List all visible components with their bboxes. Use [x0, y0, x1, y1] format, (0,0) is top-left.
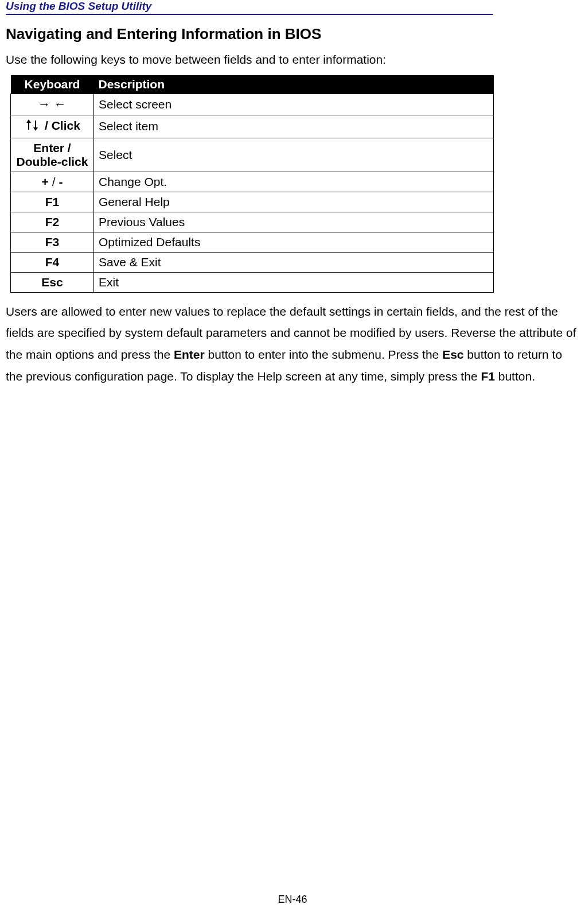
header-description: Description — [94, 75, 494, 94]
svg-marker-3 — [33, 127, 38, 131]
header-title: Using the BIOS Setup Utility — [6, 0, 579, 14]
desc-cell: Previous Values — [94, 212, 494, 232]
key-enter-line2: Double-click — [15, 155, 89, 169]
key-cell-f4: F4 — [11, 252, 94, 272]
para-bold-esc: Esc — [442, 348, 463, 361]
table-row: F3 Optimized Defaults — [11, 232, 494, 252]
desc-cell: Save & Exit — [94, 252, 494, 272]
key-cell-enter: Enter / Double-click — [11, 138, 94, 172]
header-rule — [6, 14, 493, 15]
para-part4: button. — [495, 370, 535, 383]
key-cell-esc: Esc — [11, 272, 94, 292]
para-bold-enter: Enter — [174, 348, 205, 361]
para-part2: button to enter into the submenu. Press … — [205, 348, 442, 361]
table-row: Enter / Double-click Select — [11, 138, 494, 172]
keyboard-table: Keyboard Description → ← Select screen — [10, 75, 494, 293]
key-slash: / — [49, 175, 59, 188]
para-bold-f1: F1 — [481, 370, 495, 383]
key-minus: - — [58, 175, 63, 188]
table-header-row: Keyboard Description — [11, 75, 494, 94]
table-row: F2 Previous Values — [11, 212, 494, 232]
desc-cell: Optimized Defaults — [94, 232, 494, 252]
desc-cell: Select item — [94, 115, 494, 138]
table-row: F4 Save & Exit — [11, 252, 494, 272]
desc-cell: Select — [94, 138, 494, 172]
arrow-up-down-icon — [24, 118, 41, 135]
key-click-suffix: / Click — [41, 119, 80, 132]
key-cell-f3: F3 — [11, 232, 94, 252]
key-cell-arrows-ud: / Click — [11, 115, 94, 138]
key-plus: + — [42, 175, 49, 188]
key-cell-f2: F2 — [11, 212, 94, 232]
desc-cell: Select screen — [94, 94, 494, 115]
desc-cell: Change Opt. — [94, 172, 494, 192]
page-footer: EN-46 — [0, 894, 585, 906]
desc-cell: Exit — [94, 272, 494, 292]
arrow-left-icon: ← — [54, 97, 67, 111]
table-row: Esc Exit — [11, 272, 494, 292]
key-cell-plusminus: + / - — [11, 172, 94, 192]
intro-text: Use the following keys to move between f… — [6, 50, 579, 69]
desc-cell: General Help — [94, 192, 494, 212]
header-keyboard: Keyboard — [11, 75, 94, 94]
table-row: → ← Select screen — [11, 94, 494, 115]
svg-marker-1 — [26, 119, 31, 123]
table-row: / Click Select item — [11, 115, 494, 138]
arrow-right-icon: → — [38, 97, 50, 111]
table-row: F1 General Help — [11, 192, 494, 212]
body-paragraph: Users are allowed to enter new values to… — [6, 301, 579, 387]
key-cell-f1: F1 — [11, 192, 94, 212]
section-heading: Navigating and Entering Information in B… — [6, 25, 579, 43]
page-header: Using the BIOS Setup Utility — [6, 0, 579, 15]
key-cell-arrows-lr: → ← — [11, 94, 94, 115]
key-enter-line1: Enter / — [15, 141, 89, 155]
table-row: + / - Change Opt. — [11, 172, 494, 192]
